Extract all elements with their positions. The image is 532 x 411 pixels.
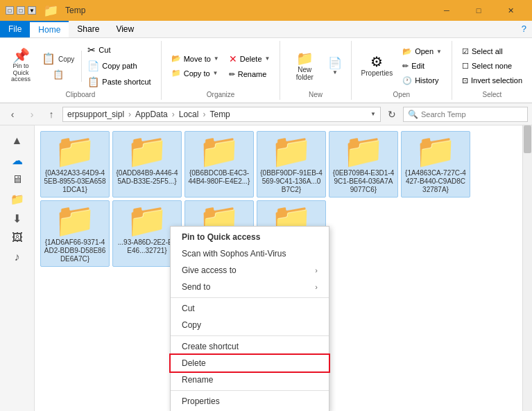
copy-icon: 📋 <box>42 53 55 64</box>
tab-view[interactable]: View <box>108 21 142 37</box>
folder-item[interactable]: 📁 {0B6BDC0B-E4C3-44B4-980F-E4E2...} <box>185 131 254 198</box>
tab-home[interactable]: Home <box>30 21 69 37</box>
ctx-properties[interactable]: Properties <box>171 393 329 410</box>
path-part-4: Temp <box>209 110 230 119</box>
sidebar-item-desktop[interactable]: 🖥 <box>0 170 34 189</box>
properties-label: Properties <box>361 69 393 77</box>
minimize-button[interactable]: ─ <box>431 0 463 21</box>
sidebar-item-music[interactable]: ♪ <box>0 247 34 267</box>
copy-path-button[interactable]: 📄 Copy path <box>83 58 155 73</box>
ctx-copy[interactable]: Copy <box>171 317 329 333</box>
sidebar-item-documents[interactable]: 📁 <box>0 189 34 209</box>
select-all-icon: ☑ <box>462 47 469 56</box>
ctx-rename-label: Rename <box>182 375 213 385</box>
open-button[interactable]: 📂 Open ▼ <box>398 45 446 58</box>
copy-to-button[interactable]: 📁 Copy to ▼ <box>167 67 223 80</box>
folder-item[interactable]: 📁 {1A4863CA-727C-4427-B440-C9AD8C32787A} <box>401 131 470 198</box>
sidebar-expand-icon[interactable]: ▲ <box>0 131 34 150</box>
help-icon[interactable]: ? <box>516 21 532 37</box>
tab-file[interactable]: File <box>0 21 30 37</box>
folder-icon-2: 📁 <box>198 134 240 168</box>
folder-item[interactable]: 📁 {0A342A33-64D9-45EB-8955-03EA6581DCA1} <box>40 131 110 198</box>
ctx-send-to[interactable]: Send to › <box>171 279 329 295</box>
tab-share[interactable]: Share <box>69 21 108 37</box>
organize-label: Organize <box>207 91 235 98</box>
sidebar: ▲ ☁ 🖥 📁 ⬇ 🖼 ♪ ▼ <box>0 125 35 411</box>
select-all-button[interactable]: ☑ Select all <box>458 45 526 58</box>
select-label: Select <box>483 91 502 98</box>
path-sep-3: › <box>203 110 205 119</box>
forward-button[interactable]: › <box>24 106 40 123</box>
ctx-send-to-arrow: › <box>315 283 318 291</box>
select-none-icon: ☐ <box>462 62 469 71</box>
folder-item[interactable]: 📁 {0BBF90DF-91EB-4569-9C41-136A...0B7C2} <box>257 131 326 198</box>
ctx-delete[interactable]: Delete <box>171 355 329 371</box>
open-label: Open <box>415 47 434 55</box>
edit-button[interactable]: ✏ Edit <box>398 60 446 73</box>
rename-button[interactable]: ✏ Rename <box>225 68 275 81</box>
open-group: ⚙ Properties 📂 Open ▼ ✏ Edit 🕐 History <box>352 41 452 100</box>
open-arrow: ▼ <box>436 49 442 55</box>
scrollbar-thumb[interactable] <box>524 125 531 153</box>
open-icon: 📂 <box>402 47 412 56</box>
sidebar-item-pictures[interactable]: 🖼 <box>0 228 34 247</box>
ctx-pin-label: Pin to Quick access <box>182 232 260 242</box>
folder-icon-7: 📁 <box>126 204 168 237</box>
paste-button[interactable]: 📋 <box>37 67 78 82</box>
folder-name-7: ...93-A86D-2E2-E8E46...32721} <box>116 238 178 255</box>
ctx-sep-2 <box>171 335 329 336</box>
new-folder-button[interactable]: 📁 New folder <box>286 49 323 84</box>
folder-item[interactable]: 📁 {0EB709B4-E3D1-49C1-BE64-036A7A9077C6} <box>329 131 398 198</box>
ctx-pin-quick-access[interactable]: Pin to Quick access <box>171 229 329 245</box>
copy-button[interactable]: 📋 Copy <box>37 51 78 67</box>
copy-label: Copy <box>58 55 74 63</box>
ribbon-content: 📌 Pin to Quickaccess 📋 Copy 📋 ✂ Cut 📄 <box>0 38 532 103</box>
ctx-rename[interactable]: Rename <box>171 371 329 388</box>
move-to-label: Move to <box>184 55 211 63</box>
folder-item[interactable]: 📁 {1AD6AF66-9371-4AD2-BDB9-D58E86DE6A7C} <box>40 200 110 267</box>
folder-icon-1: 📁 <box>126 134 168 168</box>
delete-button[interactable]: ✕ Delete ▼ <box>225 51 275 67</box>
new-item-button[interactable]: 📄 ▼ <box>325 53 345 78</box>
delete-arrow: ▼ <box>265 55 271 62</box>
properties-button[interactable]: ⚙ Properties <box>357 52 397 80</box>
edit-icon: ✏ <box>402 62 409 71</box>
sidebar-item-downloads[interactable]: ⬇ <box>0 209 34 228</box>
vertical-scrollbar[interactable] <box>522 125 532 411</box>
cut-button[interactable]: ✂ Cut <box>83 42 155 58</box>
copy-to-label: Copy to <box>184 69 210 78</box>
invert-selection-button[interactable]: ⊡ Invert selection <box>458 74 526 87</box>
title-bar-icon-1: □ <box>6 6 14 15</box>
select-none-button[interactable]: ☐ Select none <box>458 60 526 73</box>
folder-name-1: {0ADD84B9-A446-45AD-B33E-25F5...} <box>116 169 178 186</box>
ctx-give-access[interactable]: Give access to › <box>171 262 329 279</box>
clipboard-items: 📌 Pin to Quickaccess 📋 Copy 📋 ✂ Cut 📄 <box>6 42 155 89</box>
refresh-button[interactable]: ↻ <box>384 106 400 123</box>
move-to-button[interactable]: 📂 Move to ▼ <box>167 52 223 65</box>
move-to-arrow: ▼ <box>214 55 219 62</box>
folder-item[interactable]: 📁 {0ADD84B9-A446-45AD-B33E-25F5...} <box>112 131 182 198</box>
ctx-delete-label: Delete <box>182 358 206 368</box>
up-button[interactable]: ↑ <box>43 106 60 123</box>
title-bar: □ □ ▼ 📁 Temp ─ □ ✕ <box>0 0 532 21</box>
invert-selection-label: Invert selection <box>471 76 522 85</box>
maximize-button[interactable]: □ <box>463 0 495 21</box>
history-button[interactable]: 🕐 History <box>398 74 446 87</box>
pin-quick-access-button[interactable]: 📌 Pin to Quickaccess <box>6 46 36 87</box>
organize-group: 📂 Move to ▼ 📁 Copy to ▼ ✕ Delete ▼ ✏ <box>162 41 281 100</box>
ctx-properties-label: Properties <box>182 396 220 406</box>
ribbon: File Home Share View ? <box>0 21 532 38</box>
address-path[interactable]: erpsupport_sipl › AppData › Local › Temp… <box>62 107 381 122</box>
copy-path-label: Copy path <box>102 62 137 70</box>
search-input[interactable] <box>421 110 523 119</box>
ctx-cut[interactable]: Cut <box>171 300 329 317</box>
ctx-create-shortcut[interactable]: Create shortcut <box>171 338 329 355</box>
select-none-label: Select none <box>472 62 512 70</box>
ctx-sophos[interactable]: Scan with Sophos Anti-Virus <box>171 245 329 262</box>
back-button[interactable]: ‹ <box>4 106 21 123</box>
paste-shortcut-button[interactable]: 📋 Paste shortcut <box>83 74 155 89</box>
pin-icon: 📌 <box>12 49 30 62</box>
sidebar-item-onedrive[interactable]: ☁ <box>0 150 34 170</box>
close-button[interactable]: ✕ <box>495 0 526 21</box>
address-bar: ‹ › ↑ erpsupport_sipl › AppData › Local … <box>0 103 532 125</box>
